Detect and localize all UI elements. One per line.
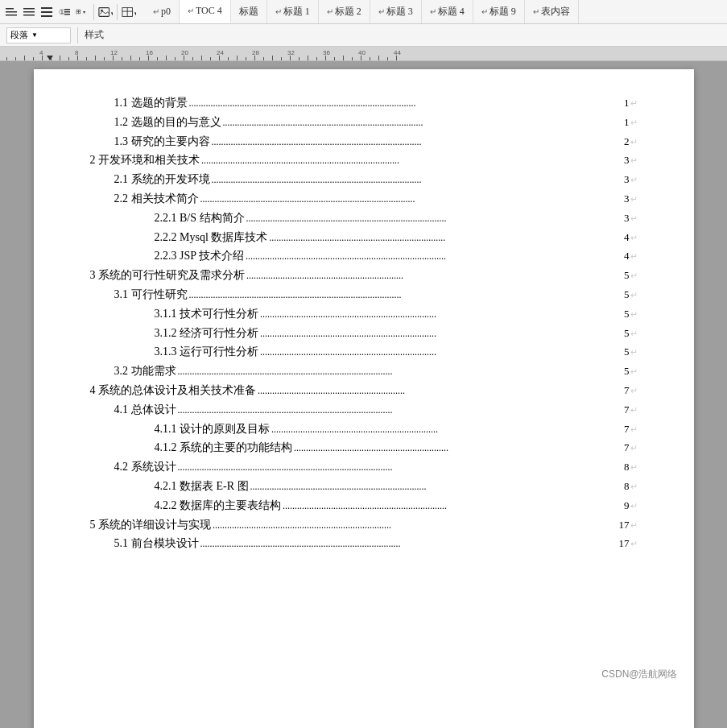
tab-label-7: 标题 9 <box>489 5 516 19</box>
toc-page-12: 5 <box>624 325 630 342</box>
styles-section: 样式 <box>85 28 110 42</box>
toc-entry-12: 3.1.2 经济可行性分析...........................… <box>90 324 638 343</box>
svg-text:▼: ▼ <box>133 10 136 16</box>
tab-label-5: 标题 3 <box>386 5 413 19</box>
toc-entry-22: 5 系统的详细设计与实现............................… <box>90 515 638 535</box>
toc-return-8: ↵ <box>630 249 638 264</box>
toc-return-20: ↵ <box>630 479 638 494</box>
toc-return-3: ↵ <box>630 153 638 168</box>
watermark: CSDN@浩航网络 <box>601 668 677 681</box>
toc-page-14: 5 <box>624 362 630 380</box>
menu-icon[interactable] <box>39 4 55 20</box>
toolbar-tab-7[interactable]: ↵ 标题 9 <box>473 0 525 23</box>
toc-text-7: 2.2.2 Mysql 数据库技术 <box>155 228 268 247</box>
tab-dot-4: ↵ <box>327 7 333 16</box>
tab-label-2: 标题 <box>239 5 258 19</box>
styles-label: 样式 <box>85 28 104 42</box>
toolbar-tab-8[interactable]: ↵ 表内容 <box>525 0 579 23</box>
tab-dot-8: ↵ <box>533 7 539 16</box>
toc-leader-4: ........................................… <box>212 172 623 188</box>
toolbar-tab-6[interactable]: ↵ 标题 4 <box>422 0 473 23</box>
toc-leader-1: ........................................… <box>223 114 623 130</box>
toc-leader-21: ........................................… <box>283 498 622 514</box>
toc-leader-23: ........................................… <box>200 536 618 552</box>
toc-text-19: 4.2 系统设计 <box>114 457 176 477</box>
toc-return-16: ↵ <box>630 403 638 418</box>
tab-dot-5: ↵ <box>378 7 385 16</box>
toc-page-18: 7 <box>624 439 630 457</box>
svg-rect-3 <box>23 8 35 10</box>
toc-page-11: 5 <box>624 305 630 323</box>
toc-text-3: 2 开发环境和相关技术 <box>90 151 200 170</box>
toc-leader-11: ........................................… <box>260 306 622 322</box>
toc-page-5: 3 <box>624 190 630 208</box>
toolbar-tab-1[interactable]: ↵ TOC 4 <box>180 0 231 23</box>
toc-leader-8: ........................................… <box>246 248 622 264</box>
toolbar-tab-5[interactable]: ↵ 标题 3 <box>370 0 422 23</box>
toc-return-5: ↵ <box>630 192 638 207</box>
toc-leader-7: ........................................… <box>269 230 622 246</box>
ruler <box>0 47 727 61</box>
toc-leader-19: ........................................… <box>178 459 623 475</box>
toc-return-21: ↵ <box>630 498 638 514</box>
toc-page-21: 9 <box>624 497 630 515</box>
toc-text-10: 3.1 可行性研究 <box>114 285 188 304</box>
toc-entry-7: 2.2.2 Mysql 数据库技术.......................… <box>90 228 638 247</box>
toc-entry-8: 2.2.3 JSP 技术介绍..........................… <box>90 246 638 266</box>
toc-page-2: 2 <box>624 133 630 151</box>
tab-label-0: p0 <box>161 6 171 18</box>
svg-rect-1 <box>6 11 17 13</box>
toc-text-8: 2.2.3 JSP 技术介绍 <box>155 246 245 266</box>
separator-2 <box>117 4 118 20</box>
toc-leader-16: ........................................… <box>178 402 623 418</box>
tab-dot-7: ↵ <box>481 7 488 16</box>
toc-leader-6: ........................................… <box>246 210 622 226</box>
toolbar-tab-4[interactable]: ↵ 标题 2 <box>319 0 370 23</box>
toolbar-tab-2[interactable]: 标题 <box>231 0 267 23</box>
paragraph-dropdown[interactable]: 段落 ▼ <box>6 27 71 43</box>
tab-label-8: 表内容 <box>541 5 570 19</box>
toc-leader-14: ........................................… <box>178 363 623 379</box>
toc-entry-9: 3 系统的可行性研究及需求分析.........................… <box>90 266 638 285</box>
paragraph-arrow: ▼ <box>31 31 38 39</box>
toc-entry-17: 4.1.1 设计的原则及目标..........................… <box>90 420 638 439</box>
toc-page-8: 4 <box>624 247 630 265</box>
paragraph-icon[interactable] <box>3 4 19 20</box>
toc-text-14: 3.2 功能需求 <box>114 362 176 381</box>
toolbar-tab-3[interactable]: ↵ 标题 1 <box>267 0 319 23</box>
toc-entry-3: 2 开发环境和相关技术.............................… <box>90 151 638 170</box>
toc-text-23: 5.1 前台模块设计 <box>114 534 199 553</box>
toc-return-9: ↵ <box>630 268 638 283</box>
list-icon[interactable] <box>21 4 37 20</box>
toc-page-0: 1 <box>624 94 630 112</box>
svg-rect-6 <box>41 7 52 9</box>
toc-leader-0: ........................................… <box>189 95 623 111</box>
svg-rect-10 <box>64 9 70 10</box>
svg-text:⊞: ⊞ <box>76 8 81 15</box>
toc-entry-18: 4.1.2 系统的主要的功能结构........................… <box>90 438 638 457</box>
toc-return-2: ↵ <box>630 134 638 150</box>
style-tabs: // tabs will be rendered by JS ↵ p0↵ TOC… <box>145 0 579 23</box>
svg-rect-2 <box>6 14 17 16</box>
image-icon[interactable]: ▼ <box>97 4 114 20</box>
toc-text-5: 2.2 相关技术简介 <box>114 189 199 209</box>
table-icon[interactable]: ▼ <box>121 4 137 20</box>
tab-label-4: 标题 2 <box>335 5 361 19</box>
tab-dot-3: ↵ <box>275 7 282 16</box>
toc-entry-21: 4.2.2 数据库的主要表结构.........................… <box>90 496 638 515</box>
toc-leader-15: ........................................… <box>258 383 622 399</box>
toc-page-6: 3 <box>624 209 630 227</box>
toc-page-9: 5 <box>624 267 630 284</box>
toolbar: ① ⊞ ▼ ▼ ▼ // tabs will be ren <box>0 0 727 24</box>
document-area: 1.1 选题的背景...............................… <box>0 61 727 728</box>
numbering-icon[interactable]: ① <box>56 4 72 20</box>
toc-page-19: 8 <box>624 458 630 476</box>
tab-dot-1: ↵ <box>188 6 194 15</box>
toc-leader-20: ........................................… <box>250 478 622 494</box>
toolbar-tab-0[interactable]: ↵ p0 <box>145 0 180 23</box>
svg-rect-11 <box>64 11 70 13</box>
toc-page-13: 5 <box>624 343 630 361</box>
indent-icon[interactable]: ⊞ ▼ <box>74 4 90 20</box>
toc-return-14: ↵ <box>630 364 638 379</box>
toc-entry-1: 1.2 选题的目的与意义............................… <box>90 113 638 132</box>
